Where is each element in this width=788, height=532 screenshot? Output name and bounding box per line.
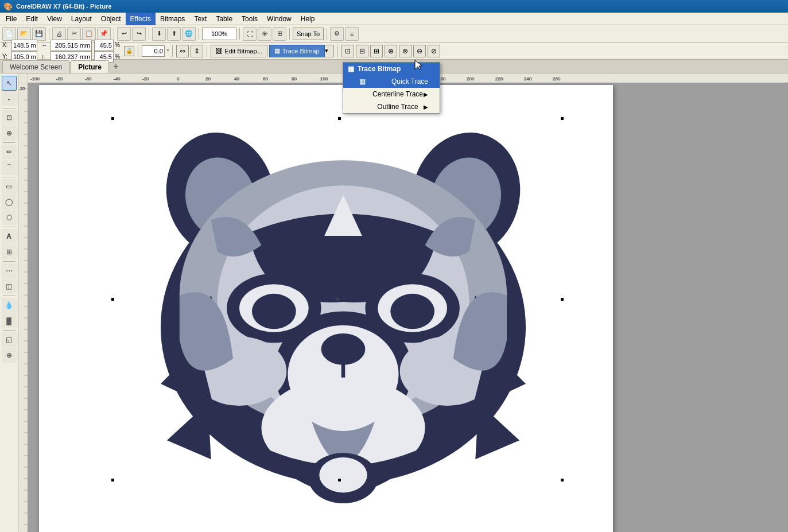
ungroup-btn[interactable]: ⊗ (399, 45, 412, 57)
menu-view[interactable]: View (42, 13, 67, 25)
w-input[interactable] (51, 40, 92, 51)
more-btn[interactable]: ≡ (345, 27, 359, 41)
centerline-trace-label: Centerline Trace (372, 90, 423, 98)
canvas-area[interactable]: -100 -80 -60 -40 -20 0 20 40 60 80 100 1… (28, 73, 788, 532)
export-btn[interactable]: ⬆ (167, 27, 181, 41)
aspect-lock-btn[interactable]: 🔒 (124, 46, 134, 56)
trace-bitmap-icon: ▦ (274, 47, 280, 55)
align-btn[interactable]: ⊡ (341, 45, 354, 57)
sel-handle-tm[interactable] (337, 117, 341, 121)
menu-help[interactable]: Help (296, 13, 320, 25)
menu-bitmaps[interactable]: Bitmaps (156, 13, 189, 25)
zoom-input[interactable] (202, 28, 236, 40)
combine-btn[interactable]: ⊖ (413, 45, 426, 57)
rect-tool[interactable]: ▭ (2, 179, 17, 194)
publish-btn[interactable]: 🌐 (182, 27, 196, 41)
full-screen-btn[interactable]: ⛶ (243, 27, 257, 41)
tool-sep7 (3, 330, 15, 331)
new-btn[interactable]: 📄 (2, 27, 16, 41)
menu-window[interactable]: Window (262, 13, 296, 25)
svg-text:-40: -40 (114, 76, 121, 81)
x-label: X: (2, 42, 10, 48)
menu-file[interactable]: File (1, 13, 21, 25)
zoom-tool[interactable]: ⊕ (2, 126, 17, 141)
mirror-h-btn[interactable]: ⇔ (176, 45, 189, 57)
sel-handle-bm[interactable] (337, 478, 341, 482)
sel-handle-tr[interactable] (560, 117, 564, 121)
tab-welcome[interactable]: Welcome Screen (2, 60, 69, 73)
view-btn[interactable]: 👁 (258, 27, 271, 41)
smartdraw-tool[interactable]: ⌒ (2, 160, 17, 175)
trace-bitmap-btn[interactable]: ▦ Trace Bitmap (269, 45, 325, 57)
sep-prop1 (138, 45, 138, 57)
menu-layout[interactable]: Layout (67, 13, 96, 25)
sel-handle-br[interactable] (560, 478, 564, 482)
x-coord-row: X: (2, 40, 37, 51)
menu-text[interactable]: Text (189, 13, 211, 25)
sel-handle-tl[interactable] (111, 117, 115, 121)
interactive-fill-tool[interactable]: ◱ (2, 332, 17, 347)
crop-tool[interactable]: ⊡ (2, 110, 17, 125)
sep6 (289, 28, 290, 40)
eyedropper-tool[interactable]: 💧 (2, 298, 17, 313)
open-btn[interactable]: 📂 (17, 27, 31, 41)
sel-handle-bl[interactable] (111, 478, 115, 482)
group-btn[interactable]: ⊕ (385, 45, 397, 57)
degree-symbol: ° (166, 48, 169, 55)
trace-dropdown-header: ▦ Trace Bitmap (343, 63, 440, 75)
select-tool[interactable]: ↖ (2, 76, 17, 91)
break-btn[interactable]: ⊘ (428, 45, 440, 57)
blend-tool[interactable]: ⋯ (2, 263, 17, 278)
menu-table[interactable]: Table (211, 13, 237, 25)
redo-btn[interactable]: ↪ (132, 27, 146, 41)
node-tool[interactable]: ⬩ (2, 91, 17, 106)
transform-tool[interactable]: ⊕ (2, 348, 17, 363)
trace-bitmap-label: Trace Bitmap (282, 48, 320, 55)
angle-input[interactable] (142, 45, 165, 57)
sel-handle-mr[interactable] (560, 297, 564, 301)
selection-center: ✕ (335, 296, 340, 302)
menu-effects[interactable]: Effects (126, 13, 156, 25)
menu-object[interactable]: Object (96, 13, 126, 25)
options-btn[interactable]: ⚙ (330, 27, 344, 41)
cut-btn[interactable]: ✂ (67, 27, 81, 41)
polygon-tool[interactable]: ⬡ (2, 210, 17, 225)
add-tab-btn[interactable]: + (110, 61, 122, 72)
transparency-tool[interactable]: ◫ (2, 279, 17, 294)
titlebar: 🎨 CorelDRAW X7 (64-Bit) - Picture (0, 0, 788, 13)
outline-trace-item[interactable]: Outline Trace ▶ (343, 100, 440, 113)
menu-edit[interactable]: Edit (21, 13, 42, 25)
table-tool[interactable]: ⊞ (2, 244, 17, 259)
text-tool[interactable]: A (2, 229, 17, 244)
svg-text:-100: -100 (30, 76, 40, 81)
edit-bitmap-btn[interactable]: 🖼 Edit Bitmap... (211, 45, 267, 57)
import-btn[interactable]: ⬇ (152, 27, 166, 41)
to-curve-btn[interactable]: ⊞ (370, 45, 383, 57)
copy-btn[interactable]: 📋 (82, 27, 96, 41)
undo-btn[interactable]: ↩ (117, 27, 131, 41)
x-input[interactable] (11, 40, 37, 51)
menubar: File Edit View Layout Object Effects Bit… (0, 13, 788, 25)
freehand-tool[interactable]: ✏ (2, 145, 17, 160)
svg-point-74 (390, 294, 434, 329)
outline-trace-label: Outline Trace (377, 103, 418, 111)
distribute-btn[interactable]: ⊟ (356, 45, 368, 57)
ellipse-tool[interactable]: ◯ (2, 195, 17, 209)
quick-trace-item[interactable]: ▦ Quick Trace (343, 75, 440, 88)
snap-to-dropdown[interactable]: Snap To (293, 28, 324, 40)
centerline-trace-item[interactable]: Centerline Trace ▶ (343, 88, 440, 100)
save-btn[interactable]: 💾 (32, 27, 46, 41)
property-bar: X: Y: ↔ % ↕ % 🔒 ° ⇔ ⇕ 🖼 Edit Bitmap... (0, 42, 788, 60)
sel-handle-ml[interactable] (111, 297, 115, 301)
scale-x-input[interactable] (94, 40, 114, 51)
menu-tools[interactable]: Tools (237, 13, 262, 25)
paste-btn[interactable]: 📌 (97, 27, 111, 41)
sep-prop2 (172, 45, 173, 57)
fill-tool[interactable]: ▓ (2, 313, 17, 328)
print-btn[interactable]: 🖨 (52, 27, 66, 41)
grid-btn[interactable]: ⊞ (273, 27, 286, 41)
trace-bitmap-arrow-btn[interactable]: ▾ (325, 45, 334, 57)
left-ruler: -20 (18, 73, 28, 532)
tab-picture[interactable]: Picture (71, 60, 109, 73)
mirror-v-btn[interactable]: ⇕ (191, 45, 203, 57)
